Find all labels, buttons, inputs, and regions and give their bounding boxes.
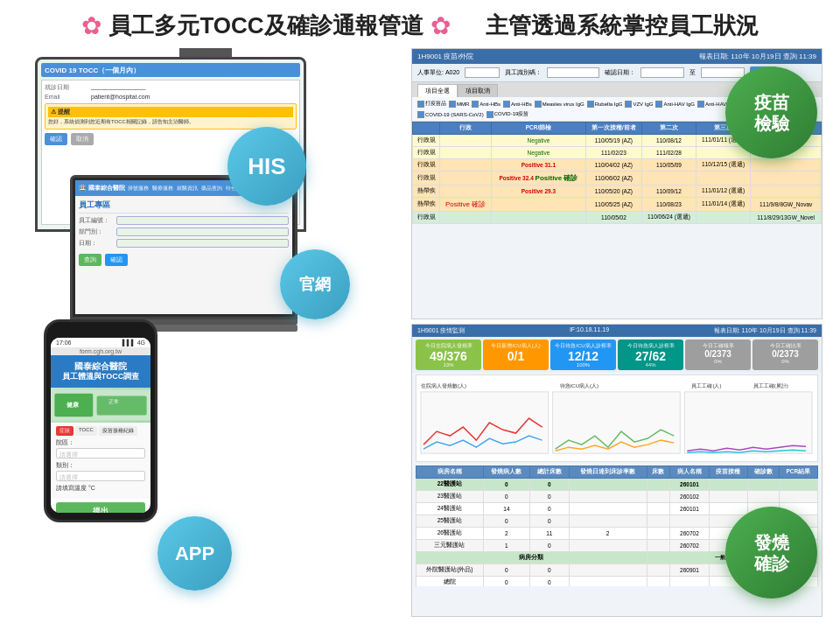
- svg-rect-9: [421, 392, 549, 453]
- stat-work-confirm-ratio: 今日工確比率 0/2373 0%: [752, 340, 818, 370]
- laptop-employee-id-input[interactable]: [116, 216, 289, 225]
- his-screen-bar: COVID 19 TOCC（一個月內）: [41, 63, 300, 77]
- checkbox-antihbs[interactable]: Anti-HBs: [472, 100, 500, 108]
- phone-url: form.cgh.org.tw: [51, 347, 150, 355]
- right-top-title: 1H9001 疫苗/外院: [417, 52, 473, 61]
- phone-thumbnail: 健康 正常: [51, 388, 150, 423]
- checkbox-rubella-box[interactable]: [587, 101, 594, 108]
- checkbox-covid-vaccine-box[interactable]: [486, 111, 494, 118]
- checkbox-antihbs2-box[interactable]: [503, 101, 510, 108]
- col-header-d1: 第一次接種/前者: [585, 122, 641, 135]
- his-val-1: ________________: [91, 83, 297, 92]
- stat-number-5: 0/2373: [689, 350, 747, 359]
- phone-form-temp: 請填寫溫度 °C: [56, 484, 145, 493]
- his-dialog-title: ⚠ 提醒: [48, 107, 293, 117]
- col-confirm: 確診數: [748, 466, 780, 479]
- col-pcr: PCR結果: [779, 466, 817, 479]
- header: ✿ 員工多元TOCC及確診通報管道 ✿ 主管透過系統掌控員工狀況: [0, 0, 840, 48]
- col-vaccine-status: 疫苗接種: [709, 466, 747, 479]
- vaccine-badge-line2: 檢驗: [754, 113, 789, 134]
- phone-form-area: 症狀 TOCC 疫苗接種紀錄 院區： 請選擇 類別：: [51, 423, 150, 499]
- stat-pending-patient: 今日待急病人診察率 27/62 44%: [618, 340, 683, 370]
- phone-category-select[interactable]: 請選擇: [56, 471, 145, 481]
- checkbox-mmr[interactable]: MMR: [449, 100, 469, 108]
- checkbox-vzv-box[interactable]: [625, 101, 632, 108]
- phone-app-title: 員工體溫與TOCC調查: [56, 372, 145, 382]
- checkbox-antihbs2[interactable]: Anti-HBs: [503, 100, 532, 108]
- phone-district-select[interactable]: 請選擇: [56, 448, 145, 458]
- tab-all[interactable]: 項目全選: [417, 84, 458, 97]
- checkbox-covid-vaccine[interactable]: COVID-19疫苗: [486, 110, 529, 118]
- laptop-form-row-1: 員工編號：: [79, 216, 289, 225]
- main-content: COVID 19 TOCC（一個月內） 就診日期 _______________…: [0, 48, 840, 617]
- confirm-date-input[interactable]: [640, 67, 684, 78]
- phone-tab-symptom[interactable]: 症狀: [56, 426, 74, 436]
- his-form-row-1: 就診日期 ________________: [45, 83, 297, 92]
- left-panel: COVID 19 TOCC（一個月內） 就診日期 _______________…: [18, 48, 394, 617]
- phone-status-bar: 17:06 ▌▌▌ 4G: [51, 338, 150, 347]
- phone-frame: 17:06 ▌▌▌ 4G form.cgh.org.tw 國泰綜合醫院 員工體溫…: [44, 319, 158, 522]
- checkbox-measles[interactable]: Measles virus IgG: [535, 100, 584, 108]
- phone-app-header: 國泰綜合醫院 員工體溫與TOCC調查: [51, 355, 150, 388]
- svg-rect-2: [97, 396, 147, 415]
- stat-inpatient-fever: 今日住院病人發燒率 49/376 13%: [416, 340, 481, 370]
- svg-text:待急ICU病人(人): 待急ICU病人(人): [560, 383, 598, 388]
- col-fever-count: 發燒病人數: [483, 466, 529, 479]
- right-bottom-date: 報表日期: 110年 10月19日 查詢 11:39: [714, 326, 817, 335]
- tab-cancel[interactable]: 項目取消: [458, 84, 498, 97]
- checkbox-antihavigm-box[interactable]: [697, 101, 704, 108]
- confirm-date-end-input[interactable]: [701, 67, 745, 78]
- checkbox-antihavigg[interactable]: Anti-HAV IgG: [655, 100, 695, 108]
- laptop-confirm-btn[interactable]: 確認: [105, 254, 128, 266]
- stat-sub-5: 0%: [689, 359, 747, 364]
- phone-submit-button[interactable]: 提出: [56, 502, 145, 513]
- laptop-date-input[interactable]: [116, 239, 289, 248]
- checkbox-mmr-box[interactable]: [449, 101, 456, 108]
- checkbox-rubella[interactable]: Rubella IgG: [587, 100, 623, 108]
- checkbox-vzv[interactable]: VZV IgG: [625, 100, 653, 108]
- laptop-search-btn[interactable]: 查詢: [79, 254, 102, 266]
- stat-sub-1: 13%: [419, 362, 478, 368]
- checkbox-vaccine[interactable]: 打疫苗品: [417, 100, 446, 108]
- employee-id-input[interactable]: [547, 67, 599, 78]
- stat-number-3: 12/12: [554, 350, 612, 362]
- his-dialog-content: 您好，系統偵測到您近期有TOCC相關記錄，請告知主治醫師。: [48, 119, 293, 126]
- phone-tab-vaccine[interactable]: 疫苗接種紀錄: [99, 426, 137, 436]
- checkbox-antihbs-box[interactable]: [472, 101, 479, 108]
- fever-badge-line2: 確診: [754, 553, 789, 574]
- svg-text:正常: 正常: [108, 398, 119, 404]
- stat-sub-3: 100%: [554, 362, 612, 368]
- checkbox-covid19[interactable]: COVID-19 (SARS-CoV2): [417, 110, 484, 118]
- stat-number-2: 0/1: [486, 350, 545, 362]
- stat-sub-6: 0%: [756, 359, 815, 364]
- laptop-nav-logo: 🏥 國泰綜合醫院: [79, 184, 125, 192]
- phone-screen: 17:06 ▌▌▌ 4G form.cgh.org.tw 國泰綜合醫院 員工體溫…: [51, 338, 150, 513]
- phone-hospital-name: 國泰綜合醫院: [56, 360, 145, 372]
- header-right-title: 主管透過系統掌控員工狀況: [486, 10, 759, 41]
- his-dialog: ⚠ 提醒 您好，系統偵測到您近期有TOCC相關記錄，請告知主治醫師。: [45, 103, 297, 130]
- checkbox-vaccine-box[interactable]: [417, 101, 424, 108]
- checkbox-measles-box[interactable]: [535, 101, 542, 108]
- checkbox-covid19-box[interactable]: [417, 111, 424, 118]
- svg-text:健康: 健康: [66, 400, 80, 407]
- flower-left-icon: ✿: [81, 11, 102, 40]
- laptop-content: 員工專區 員工編號： 部門別： 日期：: [75, 196, 292, 270]
- phone-tab-tocc[interactable]: TOCC: [75, 426, 97, 436]
- stat-sub-4: 44%: [621, 362, 680, 368]
- checkbox-antihavigg-box[interactable]: [655, 101, 662, 108]
- hospital-id-input[interactable]: [465, 67, 500, 78]
- phone-notch: [83, 329, 118, 334]
- svg-text:員工工確(累計): 員工工確(累計): [753, 383, 788, 388]
- right-top-section: 1H9001 疫苗/外院 報表日期: 110年 10月19日 查詢 11:39 …: [411, 48, 822, 319]
- col-header-admin: 行政: [440, 122, 492, 135]
- right-top-header: 1H9001 疫苗/外院 報表日期: 110年 10月19日 查詢 11:39: [412, 49, 822, 64]
- right-bottom-title: 1H9001 疫情監測: [417, 326, 465, 335]
- his-cancel-btn[interactable]: 取消: [71, 133, 94, 145]
- table-row: 行政規 110/05/02 110/06/24 (選遞) 111/8/29/13…: [413, 212, 822, 224]
- table-row: 22醫護站 0 0 260101: [416, 479, 818, 491]
- laptop-department-input[interactable]: [116, 228, 289, 236]
- vaccine-badge-line1: 疫苗: [754, 92, 789, 113]
- stat-work-confirm-rate: 今日工確報率 0/2373 0%: [685, 340, 751, 370]
- his-confirm-btn[interactable]: 確認: [45, 133, 67, 145]
- phone-signal: ▌▌▌ 4G: [122, 340, 145, 346]
